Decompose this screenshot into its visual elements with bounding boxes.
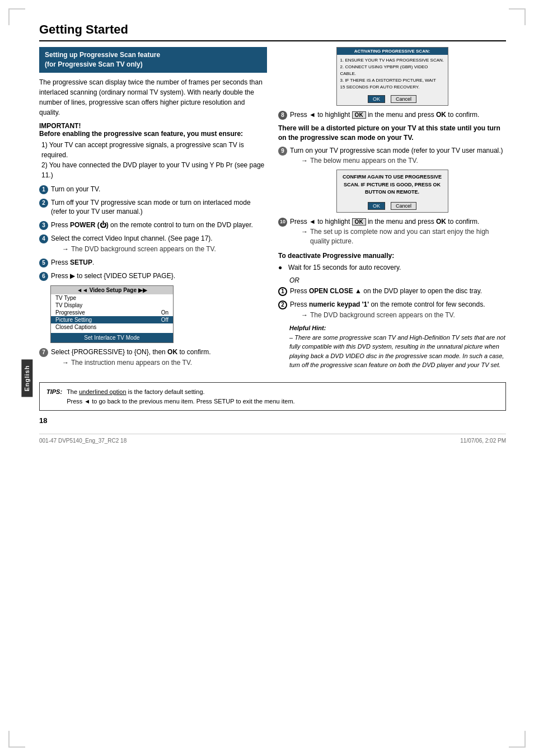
deactivate-step-2: 2 Press numeric keypad '1' on the remote… (278, 300, 506, 320)
step-10-arrow-text: The set up is complete now and you can s… (310, 227, 506, 246)
video-setup-row-picture: Picture SettingOff (51, 316, 173, 323)
confirm-box-buttons: OK Cancel (337, 200, 448, 212)
video-setup-row-progressive: ProgressiveOn (51, 309, 173, 316)
page-container: English Getting Started Setting up Progr… (0, 0, 534, 756)
important-label: IMPORTANT! (39, 122, 267, 130)
step-2: 2 Turn off your TV progressive scan mode… (39, 198, 267, 217)
deactivate-title: To deactivate Progressive manually: (278, 252, 506, 260)
confirm-ok-button[interactable]: OK (368, 202, 385, 210)
step-8-num: 8 (278, 111, 287, 120)
corner-mark-tr (509, 8, 526, 25)
step-4: 4 Select the correct Video Input channel… (39, 234, 267, 254)
footer-right: 11/07/06, 2:02 PM (460, 438, 506, 444)
activation-ok-button[interactable]: OK (368, 95, 385, 103)
row-value: Off (161, 317, 168, 323)
step-7-arrow: → The instruction menu appears on the TV… (62, 358, 267, 368)
distorted-warning: There will be a distorted picture on you… (278, 124, 506, 143)
helpful-hint: Helpful Hint: – There are some progressi… (289, 323, 506, 370)
step-7-arrow-text: The instruction menu appears on the TV. (71, 358, 192, 368)
row-label: Progressive (55, 309, 85, 316)
deactivate-wait-text: Wait for 15 seconds for auto recovery. (288, 263, 506, 273)
row-label: Picture Setting (55, 317, 92, 323)
step-5-num: 5 (39, 259, 48, 267)
step-9-arrow-text: The below menu appears on the TV. (310, 156, 418, 166)
step-3-content: Press POWER (⏻) on the remote control to… (51, 220, 267, 230)
activation-box-body: 1. ENSURE YOUR TV HAS PROGRESSIVE SCAN. … (337, 55, 448, 93)
left-column: Setting up Progressive Scan feature (for… (39, 47, 267, 371)
step-7-num: 7 (39, 348, 48, 357)
step-10-arrow: → The set up is complete now and you can… (301, 227, 506, 246)
helpful-hint-label: Helpful Hint: (289, 325, 326, 331)
corner-mark-br (509, 731, 526, 748)
tips-section: TIPS: The underlined option is the facto… (39, 382, 506, 411)
step-1: 1 Turn on your TV. (39, 185, 267, 194)
step-10-num: 10 (278, 218, 287, 227)
deactivate-wait: ● Wait for 15 seconds for auto recovery. (278, 263, 506, 273)
important-item-2: 2) You have connected the DVD player to … (41, 160, 267, 180)
tips-line-2: Press ◄ to go back to the previous menu … (67, 397, 499, 406)
step-2-content: Turn off your TV progressive scan mode o… (51, 198, 267, 217)
step-1-content: Turn on your TV. (51, 185, 267, 194)
step-4-arrow: → The DVD background screen appears on t… (62, 245, 267, 254)
step-9-content: Turn on your TV progressive scan mode (r… (290, 146, 506, 166)
activation-line-2: 2. CONNECT USING YPBPR (GBR) VIDEO CABLE… (340, 64, 444, 77)
video-setup-row-tv-type: TV Type (51, 294, 173, 302)
ok-badge: OK (352, 111, 366, 119)
deactivate-step-1-num: 1 (278, 287, 287, 296)
step-3: 3 Press POWER (⏻) on the remote control … (39, 220, 267, 230)
deactivate-step-2-arrow: → The DVD background screen appears on t… (301, 311, 506, 320)
activation-box-title: ACTIVATING PROGRESSIVE SCAN: (337, 48, 448, 55)
page-title: Getting Started (39, 22, 506, 41)
important-list: 1) Your TV can accept progressive signal… (39, 140, 267, 180)
confirm-box-body: CONFIRM AGAIN TO USE PROGRESSIVE SCAN. I… (337, 170, 448, 200)
step-7: 7 Select {PROGRESSIVE} to {ON}, then OK … (39, 348, 267, 368)
helpful-hint-text: – There are some progressive scan TV and… (289, 334, 505, 369)
ok-badge-2: OK (352, 218, 366, 226)
video-setup-row-captions: Closed Captions (51, 323, 173, 331)
section-header-line1: Setting up Progressive Scan feature (45, 51, 160, 59)
step-1-num: 1 (39, 185, 48, 194)
step-3-num: 3 (39, 221, 48, 230)
intro-text: The progressive scan display twice the n… (39, 77, 267, 118)
corner-mark-tl (8, 8, 25, 25)
activation-line-3: 3. IF THERE IS A DISTORTED PICTURE, WAIT (340, 77, 444, 84)
right-column: ACTIVATING PROGRESSIVE SCAN: 1. ENSURE Y… (278, 47, 506, 371)
or-text: OR (289, 276, 506, 284)
deactivate-step-2-content: Press numeric keypad '1' on the remote c… (290, 300, 506, 320)
confirm-cancel-button[interactable]: Cancel (391, 202, 416, 210)
step-5: 5 Press SETUP. (39, 258, 267, 267)
confirm-box: CONFIRM AGAIN TO USE PROGRESSIVE SCAN. I… (336, 170, 448, 213)
row-value: On (161, 309, 168, 316)
step-9-num: 9 (278, 147, 287, 156)
step-4-arrow-text: The DVD background screen appears on the… (71, 245, 216, 254)
section-header: Setting up Progressive Scan feature (for… (39, 47, 267, 73)
tips-label: TIPS: (46, 387, 62, 406)
deactivate-step-1-content: Press OPEN CLOSE ▲ on the DVD player to … (290, 287, 506, 296)
step-9: 9 Turn on your TV progressive scan mode … (278, 146, 506, 166)
video-setup-row-tv-display: TV Display (51, 302, 173, 309)
row-label: Closed Captions (55, 324, 96, 330)
step-4-text: Select the correct Video Input channel. … (51, 234, 213, 242)
row-label: TV Display (55, 302, 82, 308)
row-label: TV Type (55, 295, 76, 301)
activation-box-buttons: OK Cancel (337, 93, 448, 105)
important-sub: Before enabling the progressive scan fea… (39, 130, 267, 138)
activation-line-4: 15 SECONDS FOR AUTO RECOVERY. (340, 84, 444, 91)
footer: 001-47 DVP5140_Eng_37_RC2 18 11/07/06, 2… (39, 434, 506, 444)
important-item-1: 1) Your TV can accept progressive signal… (41, 140, 267, 160)
step-2-num: 2 (39, 199, 48, 208)
step-6-num: 6 (39, 272, 48, 281)
corner-mark-bl (8, 731, 25, 748)
step-2-text: Turn off your TV progressive scan mode o… (51, 199, 251, 216)
two-column-layout: Setting up Progressive Scan feature (for… (39, 47, 506, 371)
deactivate-bullet: ● (278, 263, 288, 273)
step-10-content: Press ◄ to highlight OK in the menu and … (290, 217, 506, 246)
deactivate-step-2-num: 2 (278, 300, 287, 309)
activation-cancel-button[interactable]: Cancel (391, 95, 416, 103)
step-4-content: Select the correct Video Input channel. … (51, 234, 267, 254)
step-4-num: 4 (39, 234, 48, 243)
section-header-line2: (for Progressive Scan TV only) (45, 60, 143, 68)
step-6-content: Press ▶ to select {VIDEO SETUP PAGE}. (51, 271, 267, 281)
step-10: 10 Press ◄ to highlight OK in the menu a… (278, 217, 506, 246)
footer-left: 001-47 DVP5140_Eng_37_RC2 18 (39, 438, 127, 444)
